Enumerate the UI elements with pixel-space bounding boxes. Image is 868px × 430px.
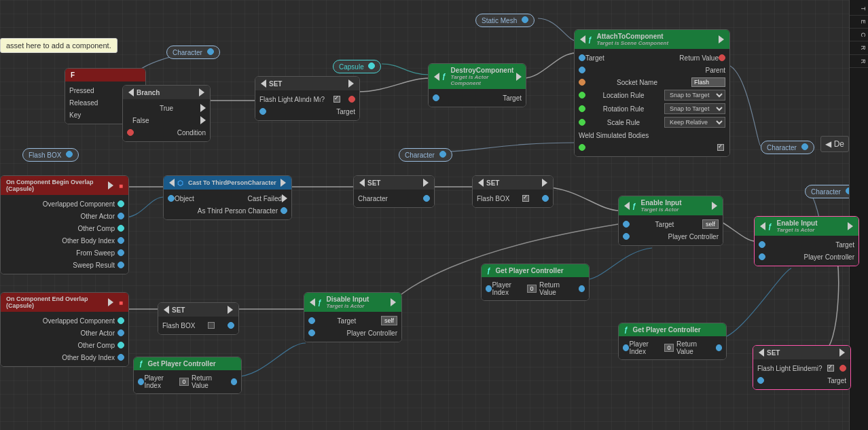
enable-input-1-node[interactable]: ƒ Enable Input Target is Actor Target se… [618,196,723,246]
ei2-player-pin [759,253,765,260]
attach-subtitle: Target is Scene Component [597,40,669,46]
gpc2-index-val: 0 [664,344,674,352]
right-panel-r2[interactable]: R [850,55,868,69]
set-flash-exec-in [261,79,266,88]
ei1-exec-out [712,202,717,210]
ei1-target-pin [623,221,630,228]
character-pill-right-label: Character [767,144,797,151]
on-begin-overlap-node[interactable]: On Component Begin Overlap (Capsule) ■ O… [0,175,129,274]
set-flashbox-exec-in [478,179,484,187]
end-overlapped-comp-label: Overlapped Component [43,317,115,325]
socket-name-input[interactable] [691,77,725,87]
get-player-ctrl-3-node[interactable]: ƒ Get Player Controller Player Index 0 R… [133,357,242,394]
disable-input-node[interactable]: ƒ Disable Input Target is Actor Target s… [304,292,402,342]
attach-exec-in [580,35,585,43]
ei1-player-label: Player Controller [668,233,719,240]
set-end-checkbox[interactable] [208,322,215,329]
attach-rotation-pin [579,105,585,112]
other-comp-label: Other Comp [78,225,115,232]
set-end-node[interactable]: SET Flash BOX [158,302,239,335]
ei2-target-label: Target [835,241,854,249]
static-mesh-pill[interactable]: Static Mesh [475,14,535,27]
attach-title: AttachToComponent [597,33,664,40]
on-end-overlap-title: On Component End Overlap (Capsule) [6,295,105,309]
set-bottom-node[interactable]: SET Flash Light Elindemi? Target [753,345,851,390]
ei2-title: Enable Input [777,219,818,227]
ei2-icon: ƒ [768,223,772,230]
set-flash-target-label: Target [336,108,355,115]
destroy-target-label: Target [503,94,522,102]
right-panel-e[interactable]: E [850,16,868,29]
attach-return-pin [719,54,725,61]
flash-key-title: F [71,71,75,79]
blueprint-canvas[interactable]: asset here to add a component. Static Me… [0,0,868,430]
destroy-component-node[interactable]: ƒ DestroyComponent Target is Actor Compo… [428,63,526,107]
character-pill-1[interactable]: Character [166,46,220,59]
character-pill-right[interactable]: Character [761,141,814,154]
disable-title: Disable Input [327,295,369,303]
right-panel-t[interactable]: T [850,3,868,16]
set-flash-header: SET [255,77,359,90]
set-bottom-exec-in [759,348,764,357]
scale-rule-select[interactable]: Keep Relative [664,117,725,128]
overlapped-comp-pin [117,200,124,207]
branch-node[interactable]: Branch True False Condition [122,85,211,142]
gpc1-return-pin [579,285,585,292]
attach-parent-label: Parent [706,67,725,74]
branch-exec-in [128,88,134,96]
attach-to-component-node[interactable]: ƒ AttachToComponent Target is Scene Comp… [574,29,730,157]
condition-label: Condition [177,129,206,137]
cast-to-third-node[interactable]: ⬡ Cast To ThirdPersonCharacter Object Ca… [163,175,292,220]
flash-box-pill[interactable]: Flash BOX [22,148,79,162]
set-flashbox-title: SET [486,179,499,187]
get-player-ctrl-1-node[interactable]: ƒ Get Player Controller Player Index 0 R… [481,264,590,301]
gpc1-index-label: Player Index [492,281,527,296]
attach-parent-pin [579,67,585,73]
get-player-ctrl-2-node[interactable]: ƒ Get Player Controller Player Index 0 R… [618,323,727,360]
branch-title: Branch [137,89,160,96]
key-label: Key [69,111,81,119]
right-panel-c[interactable]: C [850,29,868,42]
attach-location-pin [579,92,585,98]
gpc2-return-label: Return Value [676,340,713,355]
capsule-pill[interactable]: Capsule [333,60,381,73]
right-panel-r1[interactable]: R [850,41,868,55]
ei1-subtitle: Target is Actor [641,207,682,213]
set-bottom-target-pin [757,377,764,384]
on-begin-overlap-header: On Component Begin Overlap (Capsule) ■ [1,176,128,195]
set-flashbox-node[interactable]: SET Flash BOX [472,175,554,208]
branch-false-out [200,116,206,124]
ei1-self-badge: self [702,219,719,229]
gpc2-title: Get Player Controller [633,326,701,334]
set-flashbox-checkbox[interactable] [522,195,529,202]
set-flash-title: SET [269,80,282,88]
set-flashbox-pin [542,195,549,202]
flash-light-label: Flash Light Alındı Mı? [259,96,325,103]
gpc2-index-label: Player Index [629,340,664,355]
branch-true-out [200,104,206,112]
set-bottom-checkbox[interactable] [827,365,834,372]
flash-light-checkbox[interactable] [333,96,340,103]
enable-input-2-node[interactable]: ƒ Enable Input Target is Actor Target Pl… [754,216,859,266]
weld-checkbox[interactable] [717,144,724,151]
set-flash-node[interactable]: SET Flash Light Alındı Mı? Target [255,76,360,121]
set-end-flashbox-label: Flash BOX [162,322,195,329]
on-end-overlap-node[interactable]: On Component End Overlap (Capsule) ■ Ove… [0,292,129,367]
set-character-node[interactable]: SET Character [353,175,435,208]
disable-exec-out [391,298,396,306]
attach-location-label: Location Rule [602,92,644,99]
rotation-rule-select[interactable]: Snap to Target [664,103,725,114]
set-end-pin [228,322,234,329]
gpc3-header: ƒ Get Player Controller [134,357,241,370]
character-pill-mesh[interactable]: Character [399,148,452,162]
collapse-panel-indicator[interactable]: ◀ De [820,136,849,152]
location-rule-select[interactable]: Snap to Target [664,90,725,101]
ei2-exec-in [760,222,765,230]
attach-exec-out [719,35,724,43]
other-actor-pin [117,213,124,219]
gpc3-return-label: Return Value [192,374,228,389]
cast-object-label: Object [175,195,194,202]
collapse-arrow-icon: ◀ De [825,139,844,149]
gpc1-title: Get Player Controller [496,267,564,274]
set-flash-exec-out [348,79,354,88]
